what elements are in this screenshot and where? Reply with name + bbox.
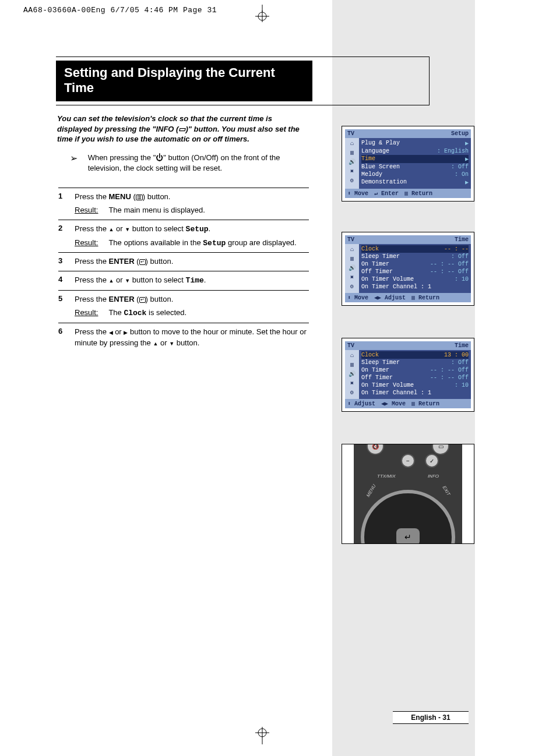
step-number: 1 — [58, 192, 75, 216]
osd-icon-column: ⌂▥🔊✖⚙ — [345, 138, 359, 189]
osd-row: Clock13 : 00 — [361, 351, 469, 359]
step-number: 5 — [58, 294, 75, 319]
step-body: Press the ◀ or ▶ button to move to the h… — [75, 327, 309, 349]
steps-list: 1Press the MENU (▥) button.Result: The m… — [58, 188, 309, 352]
osd-row: On Timer Volume: 10 — [361, 381, 469, 389]
result-text: The main menu is displayed. — [108, 206, 205, 214]
step: 5Press the ENTER (↵) button.Result: The … — [58, 290, 309, 323]
step-body: Press the MENU (▥) button.Result: The ma… — [75, 192, 309, 216]
osd-screenshot-setup: TVSetup ⌂▥🔊✖⚙ Plug & Play▶Language: Engl… — [342, 126, 474, 202]
osd-foot-item: ⬍ Move — [347, 190, 368, 197]
info-label: INFO — [428, 474, 439, 479]
check-button-icon: ✓ — [425, 454, 439, 468]
osd-section-title: Time — [371, 342, 469, 349]
osd-row: On Timer Channel : 1 — [361, 283, 469, 291]
osd-foot-item: ▥ Return — [411, 294, 439, 301]
remote-control-illustration: 🔇 ▭ − ✓ TTX/MIX INFO MENU EXIT ↵ — [342, 444, 474, 544]
result-text: The options available in the Setup group… — [108, 238, 296, 247]
osd-list: Clock-- : --Sleep Timer: OffOn Timer-- :… — [359, 244, 471, 293]
osd-section-title: Time — [371, 236, 469, 243]
note-arrow-icon: ➢ — [70, 153, 78, 164]
step-text: Press the MENU (▥) button. — [75, 192, 309, 203]
step-number: 2 — [58, 224, 75, 249]
osd-foot-item: ▥ Return — [404, 190, 432, 197]
step-body: Press the ENTER (↵) button.Result: The C… — [75, 294, 309, 319]
note-text: When pressing the "⏻" button (On/Off) on… — [88, 153, 286, 173]
list-button-icon: ▭ — [432, 444, 449, 455]
step-text: Press the ENTER (↵) button. — [75, 256, 309, 267]
result-text: The Clock is selected. — [108, 308, 186, 317]
osd-section-title: Setup — [371, 130, 469, 137]
ttx-label: TTX/MIX — [377, 474, 396, 479]
nav-ring-icon: ↵ — [361, 490, 455, 544]
osd-row: On Timer-- : -- Off — [361, 366, 469, 374]
osd-foot-item: ◀▶ Adjust — [374, 294, 406, 301]
osd-row: Clock-- : -- — [361, 245, 469, 253]
osd-foot-item: ↵ Enter — [374, 190, 399, 197]
osd-footer: ⬍ Adjust◀▶ Move▥ Return — [345, 399, 471, 408]
step: 1Press the MENU (▥) button.Result: The m… — [58, 188, 309, 220]
page-title: Setting and Displaying the Current Time — [56, 61, 312, 101]
enter-button-icon: ↵ — [396, 528, 420, 544]
exit-label: EXIT — [442, 485, 452, 497]
osd-tv-label: TV — [347, 130, 371, 137]
step-text: Press the ENTER (↵) button. — [75, 294, 309, 305]
step: 4Press the ▲ or ▼ button to select Time. — [58, 271, 309, 290]
print-header: AA68-03660A-00Eng 6/7/05 4:46 PM Page 31 — [23, 6, 217, 15]
minus-button-icon: − — [401, 454, 415, 468]
osd-footer: ⬍ Move↵ Enter▥ Return — [345, 189, 471, 198]
result-label: Result: — [75, 205, 107, 216]
osd-row: Language: English — [361, 147, 469, 155]
osd-row: Off Timer-- : -- Off — [361, 374, 469, 381]
osd-row: Melody: On — [361, 171, 469, 178]
step-number: 4 — [58, 275, 75, 287]
osd-tv-label: TV — [347, 236, 371, 243]
title-container: Setting and Displaying the Current Time — [56, 56, 430, 105]
step: 2Press the ▲ or ▼ button to select Setup… — [58, 220, 309, 253]
osd-row: Sleep Timer: Off — [361, 253, 469, 260]
osd-row: On Timer Channel : 1 — [361, 389, 469, 397]
menu-label: MENU — [365, 483, 377, 498]
osd-row: On Timer-- : -- Off — [361, 260, 469, 268]
step-body: Press the ENTER (↵) button. — [75, 256, 309, 267]
osd-list: Plug & Play▶Language: EnglishTime▶Blue S… — [359, 138, 471, 189]
osd-row: On Timer Volume: 10 — [361, 275, 469, 283]
osd-row: Demonstration▶ — [361, 178, 469, 186]
osd-icon-column: ⌂▥🔊✖⚙ — [345, 244, 359, 293]
crop-mark-bottom — [251, 727, 274, 744]
osd-row: Time▶ — [361, 155, 469, 163]
osd-row: Blue Screen: Off — [361, 163, 469, 171]
page-footer: English - 31 — [393, 711, 469, 724]
osd-foot-item: ◀▶ Move — [381, 400, 406, 407]
step: 6Press the ◀ or ▶ button to move to the … — [58, 323, 309, 352]
osd-screenshot-time-set: TVTime ⌂▥🔊✖⚙ Clock13 : 00Sleep Timer: Of… — [342, 338, 474, 412]
osd-row: Sleep Timer: Off — [361, 359, 469, 366]
step-body: Press the ▲ or ▼ button to select Time. — [75, 275, 309, 287]
step-text: Press the ◀ or ▶ button to move to the h… — [75, 327, 309, 349]
mute-button-icon: 🔇 — [367, 444, 384, 455]
osd-foot-item: ⬍ Move — [347, 294, 368, 301]
intro-paragraph: You can set the television's clock so th… — [57, 114, 302, 144]
osd-row: Plug & Play▶ — [361, 139, 469, 147]
osd-foot-item: ▥ Return — [411, 400, 439, 407]
result-label: Result: — [75, 308, 107, 319]
step-text: Press the ▲ or ▼ button to select Time. — [75, 275, 309, 287]
osd-footer: ⬍ Move◀▶ Adjust▥ Return — [345, 293, 471, 302]
osd-list: Clock13 : 00Sleep Timer: OffOn Timer-- :… — [359, 350, 471, 399]
note-block: ➢ When pressing the "⏻" button (On/Off) … — [70, 153, 303, 173]
osd-tv-label: TV — [347, 342, 371, 349]
step-number: 6 — [58, 327, 75, 349]
osd-screenshot-time-unset: TVTime ⌂▥🔊✖⚙ Clock-- : --Sleep Timer: Of… — [342, 232, 474, 306]
osd-row: Off Timer-- : -- Off — [361, 268, 469, 275]
osd-icon-column: ⌂▥🔊✖⚙ — [345, 350, 359, 399]
step: 3Press the ENTER (↵) button. — [58, 252, 309, 271]
step-body: Press the ▲ or ▼ button to select Setup.… — [75, 224, 309, 249]
step-number: 3 — [58, 256, 75, 267]
osd-foot-item: ⬍ Adjust — [347, 400, 375, 407]
result-label: Result: — [75, 238, 107, 249]
step-text: Press the ▲ or ▼ button to select Setup. — [75, 224, 309, 235]
crop-mark-top — [251, 5, 274, 22]
